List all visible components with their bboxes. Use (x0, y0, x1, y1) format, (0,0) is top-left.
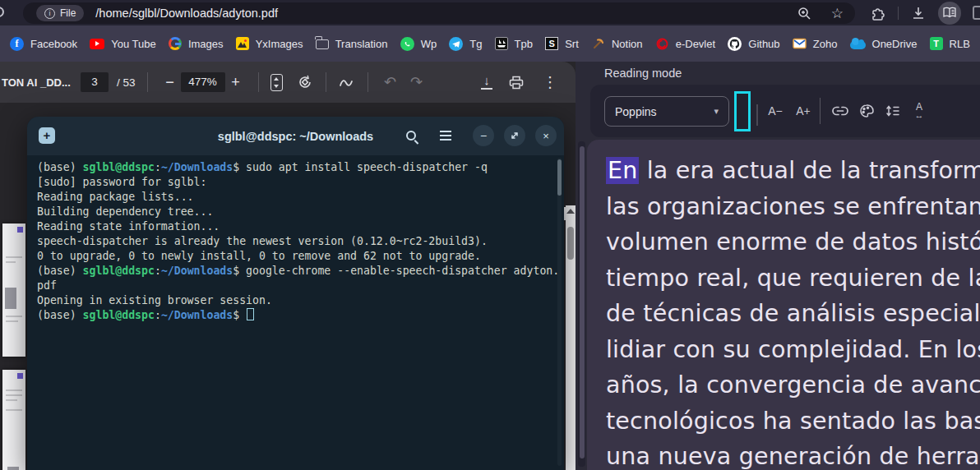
bookmark-label: OneDrive (872, 38, 918, 50)
browser-toolbar: i File /home/sglbl/Downloads/adyton.pdf … (0, 0, 980, 25)
toolbar-divider (898, 7, 899, 20)
bookmark-rlb[interactable]: T RLB (930, 37, 970, 50)
telegram-icon (449, 37, 463, 51)
bookmark-translation-folder[interactable]: Translation (316, 38, 388, 50)
reading-text-line: tecnológicos ha sentado las bases para (606, 403, 980, 440)
bookmark-label: Notion (612, 38, 643, 50)
github-icon (728, 37, 742, 51)
bookmark-notion[interactable]: Notion (591, 37, 643, 51)
terminal-titlebar[interactable]: + sglbl@ddspc: ~/Downloads − × (27, 117, 564, 155)
bookmark-github[interactable]: Github (728, 37, 779, 51)
decrease-font-button[interactable]: A− (761, 85, 789, 137)
pdf-document-title: TON AI _DD... (0, 76, 72, 89)
toolbar-divider (147, 72, 148, 92)
extensions-icon[interactable] (870, 5, 886, 21)
toolbar-divider (326, 72, 326, 92)
onedrive-cloud-icon (850, 41, 866, 49)
scrollbar-thumb[interactable] (567, 227, 574, 260)
reload-icon[interactable] (0, 7, 4, 17)
scrollbar-thumb[interactable] (557, 159, 562, 196)
terminal-line: [sudo] password for sglbl: (37, 175, 554, 190)
bookmark-onedrive[interactable]: OneDrive (850, 38, 918, 50)
bookmark-yximages[interactable]: YxImages (236, 37, 303, 50)
zoom-in-button[interactable]: + (225, 74, 247, 91)
bookmark-telegram[interactable]: Tg (449, 37, 482, 51)
bookmark-zoho[interactable]: Zoho (793, 38, 838, 50)
address-text[interactable]: /home/sglbl/Downloads/adyton.pdf (95, 7, 278, 20)
terminal-line: speech-dispatcher is already the newest … (37, 234, 554, 249)
reading-text-line: las organizaciones se enfrentan a un (606, 189, 980, 225)
facebook-icon: f (10, 37, 24, 51)
bookmark-whatsapp[interactable]: Wp (400, 37, 437, 51)
bookmark-label: e-Devlet (676, 38, 715, 50)
terminal-cursor (247, 308, 254, 320)
font-family-select[interactable]: Poppins ▾ (604, 96, 729, 127)
redo-button[interactable]: ↷ (406, 73, 428, 91)
line-spacing-button[interactable] (881, 85, 904, 137)
more-options-button[interactable]: ⋮ (539, 73, 561, 91)
reading-text-line: años, la convergencia de avances (606, 367, 980, 403)
pdf-scrollbar[interactable] (566, 205, 576, 470)
increase-font-button[interactable]: A+ (789, 85, 817, 137)
fit-to-page-button[interactable] (270, 74, 283, 91)
bookmark-facebook[interactable]: f Facebook (10, 37, 77, 51)
reading-mode-panel: Reading mode Poppins ▾ A− A+ (576, 62, 980, 470)
address-bar[interactable]: i File /home/sglbl/Downloads/adyton.pdf … (23, 2, 855, 24)
terminal-line: (base) sglbl@ddspc:~/Downloads$ (37, 308, 554, 323)
terminal-search-icon[interactable] (402, 127, 420, 145)
zoom-page-icon[interactable] (797, 6, 811, 21)
annotate-button[interactable] (338, 75, 356, 90)
letter-spacing-button[interactable]: A ↔ (908, 85, 931, 137)
bookmark-youtube[interactable]: You Tube (90, 38, 155, 50)
bookmark-label: YxImages (256, 38, 303, 50)
pdf-thumbnail-1[interactable] (2, 223, 25, 357)
terminal-close-button[interactable]: × (535, 125, 557, 146)
file-scheme-chip[interactable]: i File (36, 5, 84, 21)
rotate-button[interactable] (296, 73, 314, 91)
reading-mode-heading: Reading mode (604, 67, 682, 80)
theme-palette-button[interactable] (855, 85, 878, 137)
browser-window: i File /home/sglbl/Downloads/adyton.pdf … (0, 0, 980, 470)
youtube-icon (90, 39, 104, 49)
bookmark-edevlet[interactable]: e-Devlet (655, 37, 715, 51)
zoom-level-input[interactable]: 477% (181, 72, 225, 92)
scrollbar-thumb[interactable] (580, 146, 585, 458)
bookmark-label: Translation (335, 38, 388, 50)
bookmark-tpb[interactable]: Tpb (495, 37, 533, 50)
print-button[interactable] (508, 75, 525, 90)
reading-text-line: En la era actual de la transformación di… (606, 153, 980, 189)
zoom-out-button[interactable]: − (159, 74, 181, 91)
terminal-maximize-button[interactable] (504, 125, 525, 146)
bookmark-images[interactable]: Images (169, 37, 224, 50)
bookmark-label: Github (748, 38, 779, 50)
downloads-icon[interactable] (910, 5, 927, 21)
reading-panel-scrollbar[interactable] (578, 141, 585, 467)
reading-text-line: de técnicas de análisis especializadas p… (606, 296, 980, 332)
side-panel-icon[interactable] (973, 6, 980, 20)
pirate-ship-icon (495, 37, 508, 50)
undo-button[interactable]: ↶ (380, 73, 401, 91)
info-icon: i (44, 8, 55, 19)
page-total: / 53 (117, 76, 136, 89)
pickaxe-icon (591, 37, 605, 51)
bookmark-label: You Tube (111, 38, 155, 50)
page-number-input[interactable]: 3 (81, 72, 109, 92)
yandex-images-icon (236, 37, 249, 50)
terminal-menu-icon[interactable] (437, 127, 455, 145)
terminal-line: Reading state information... (37, 219, 554, 234)
terminal-minimize-button[interactable]: − (473, 125, 494, 146)
bookmark-label: Tg (469, 38, 482, 50)
terminal-output[interactable]: (base) sglbl@ddspc:~/Downloads$ sudo apt… (27, 155, 564, 470)
bookmark-star-icon[interactable]: ☆ (831, 7, 844, 21)
bookmark-srt[interactable]: S Srt (545, 37, 579, 50)
scroll-up-arrow[interactable] (566, 209, 575, 214)
pdf-toolbar: TON AI _DD... 3 / 53 − 477% + ↶ ↷ ↓ (0, 62, 576, 103)
links-toggle-button[interactable] (829, 85, 852, 137)
reading-mode-content[interactable]: En la era actual de la transformación di… (587, 140, 980, 470)
whatsapp-icon (400, 37, 414, 51)
download-pdf-button[interactable]: ↓ (480, 75, 493, 90)
terminal-line: 0 to upgrade, 0 to newly install, 0 to r… (37, 249, 554, 264)
terminal-scrollbar[interactable] (557, 158, 562, 466)
pdf-thumbnail-2[interactable] (2, 370, 25, 470)
reading-mode-toggle[interactable] (938, 2, 961, 25)
